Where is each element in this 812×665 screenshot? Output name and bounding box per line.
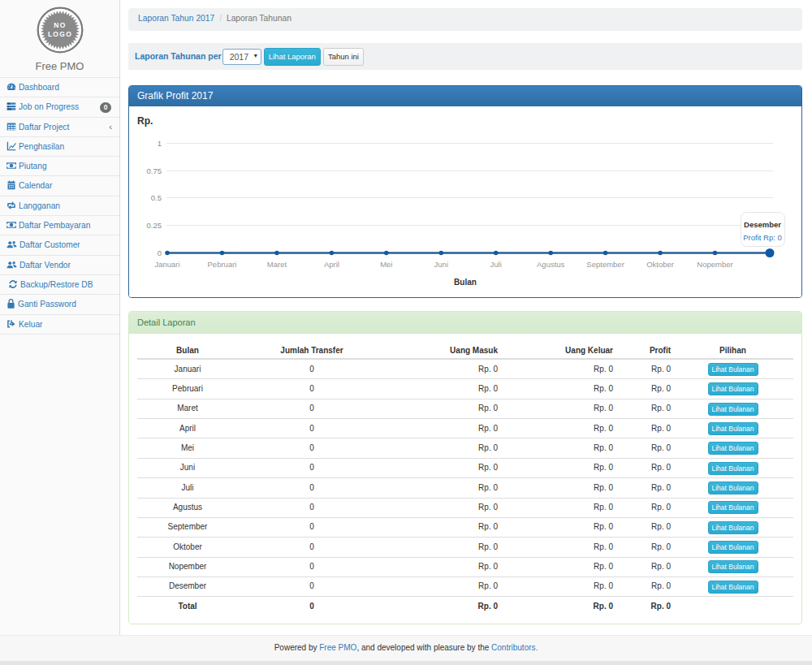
svg-text:Maret: Maret: [267, 260, 287, 269]
svg-text:Rp.: Rp.: [137, 115, 153, 127]
svg-text:LOGO: LOGO: [47, 30, 71, 38]
svg-text:0: 0: [158, 248, 162, 257]
svg-text:0.5: 0.5: [151, 193, 162, 202]
svg-text:NO: NO: [54, 21, 66, 29]
svg-text:1: 1: [158, 139, 162, 148]
svg-text:Januari: Januari: [154, 260, 179, 269]
svg-text:Profit Rp: 0: Profit Rp: 0: [743, 233, 782, 242]
svg-text:April: April: [324, 260, 339, 269]
svg-text:Juni: Juni: [434, 260, 448, 269]
svg-text:0.25: 0.25: [147, 221, 162, 230]
svg-text:Pebruari: Pebruari: [208, 260, 237, 269]
svg-text:Agustus: Agustus: [537, 260, 565, 269]
svg-text:September: September: [586, 260, 624, 269]
svg-text:Juli: Juli: [490, 260, 502, 269]
svg-text:Desember: Desember: [744, 220, 781, 229]
svg-text:Oktober: Oktober: [646, 260, 674, 269]
svg-text:Bulan: Bulan: [454, 278, 477, 287]
svg-text:Nopember: Nopember: [697, 260, 732, 269]
svg-text:Mei: Mei: [380, 260, 392, 269]
svg-text:0.75: 0.75: [147, 166, 162, 175]
